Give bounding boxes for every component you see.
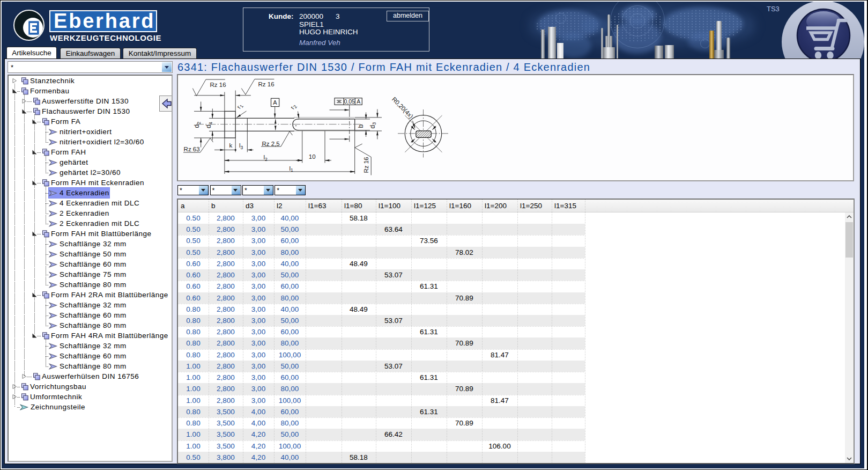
svg-text:Rz 16: Rz 16 <box>258 81 275 87</box>
svg-text:A: A <box>357 98 360 104</box>
svg-text:r2: r2 <box>289 102 298 111</box>
svg-text:k: k <box>229 142 233 149</box>
svg-text:R0,20(4x): R0,20(4x) <box>391 96 414 119</box>
svg-text:l3: l3 <box>239 142 243 150</box>
svg-text:Rz 2,5: Rz 2,5 <box>262 141 280 147</box>
svg-text:d2: d2 <box>193 121 202 128</box>
svg-text:d4: d4 <box>205 122 213 128</box>
svg-text:Rz 63: Rz 63 <box>184 146 200 152</box>
svg-text:10: 10 <box>309 153 316 159</box>
svg-text:d3: d3 <box>369 122 377 128</box>
svg-text:Rz 16: Rz 16 <box>363 157 369 173</box>
svg-text:A: A <box>273 99 277 106</box>
svg-text:r1: r1 <box>235 102 244 110</box>
svg-text:0,05: 0,05 <box>344 98 355 104</box>
svg-text:Rz 16: Rz 16 <box>210 81 226 87</box>
svg-text:b: b <box>357 124 365 128</box>
